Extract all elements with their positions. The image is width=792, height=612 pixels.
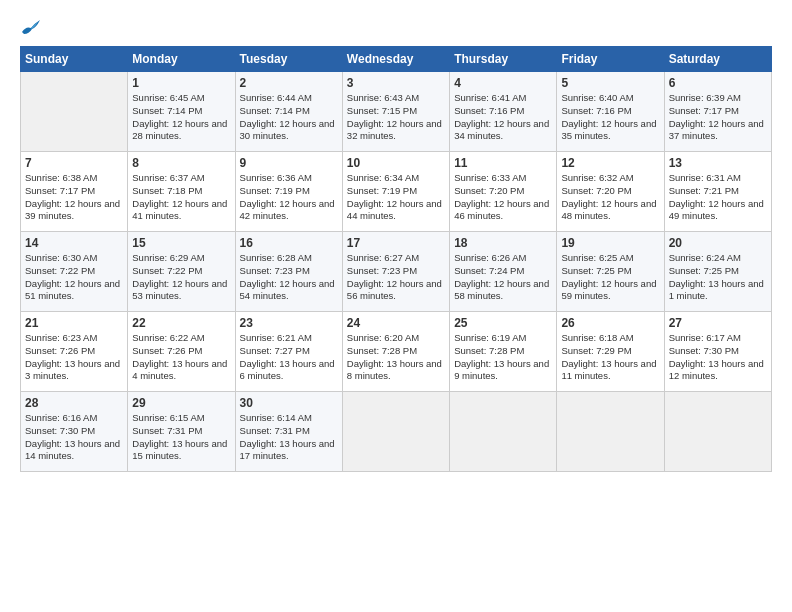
col-header-thursday: Thursday	[450, 47, 557, 72]
calendar-row-3: 21Sunrise: 6:23 AMSunset: 7:26 PMDayligh…	[21, 312, 772, 392]
cell-info: Sunrise: 6:19 AMSunset: 7:28 PMDaylight:…	[454, 332, 552, 383]
calendar-cell	[342, 392, 449, 472]
calendar-cell: 7Sunrise: 6:38 AMSunset: 7:17 PMDaylight…	[21, 152, 128, 232]
calendar-cell	[664, 392, 771, 472]
day-number: 26	[561, 316, 659, 330]
calendar-cell: 29Sunrise: 6:15 AMSunset: 7:31 PMDayligh…	[128, 392, 235, 472]
calendar-cell: 22Sunrise: 6:22 AMSunset: 7:26 PMDayligh…	[128, 312, 235, 392]
cell-info: Sunrise: 6:41 AMSunset: 7:16 PMDaylight:…	[454, 92, 552, 143]
cell-info: Sunrise: 6:32 AMSunset: 7:20 PMDaylight:…	[561, 172, 659, 223]
cell-info: Sunrise: 6:28 AMSunset: 7:23 PMDaylight:…	[240, 252, 338, 303]
cell-info: Sunrise: 6:38 AMSunset: 7:17 PMDaylight:…	[25, 172, 123, 223]
col-header-tuesday: Tuesday	[235, 47, 342, 72]
day-number: 11	[454, 156, 552, 170]
calendar-cell: 14Sunrise: 6:30 AMSunset: 7:22 PMDayligh…	[21, 232, 128, 312]
calendar-cell: 20Sunrise: 6:24 AMSunset: 7:25 PMDayligh…	[664, 232, 771, 312]
day-number: 24	[347, 316, 445, 330]
cell-info: Sunrise: 6:16 AMSunset: 7:30 PMDaylight:…	[25, 412, 123, 463]
calendar-cell: 1Sunrise: 6:45 AMSunset: 7:14 PMDaylight…	[128, 72, 235, 152]
calendar-cell: 25Sunrise: 6:19 AMSunset: 7:28 PMDayligh…	[450, 312, 557, 392]
calendar-cell: 2Sunrise: 6:44 AMSunset: 7:14 PMDaylight…	[235, 72, 342, 152]
cell-info: Sunrise: 6:45 AMSunset: 7:14 PMDaylight:…	[132, 92, 230, 143]
cell-info: Sunrise: 6:14 AMSunset: 7:31 PMDaylight:…	[240, 412, 338, 463]
calendar-cell: 11Sunrise: 6:33 AMSunset: 7:20 PMDayligh…	[450, 152, 557, 232]
cell-info: Sunrise: 6:44 AMSunset: 7:14 PMDaylight:…	[240, 92, 338, 143]
day-number: 8	[132, 156, 230, 170]
calendar-cell: 6Sunrise: 6:39 AMSunset: 7:17 PMDaylight…	[664, 72, 771, 152]
cell-info: Sunrise: 6:43 AMSunset: 7:15 PMDaylight:…	[347, 92, 445, 143]
calendar-cell: 9Sunrise: 6:36 AMSunset: 7:19 PMDaylight…	[235, 152, 342, 232]
calendar-cell	[21, 72, 128, 152]
cell-info: Sunrise: 6:24 AMSunset: 7:25 PMDaylight:…	[669, 252, 767, 303]
header-row: SundayMondayTuesdayWednesdayThursdayFrid…	[21, 47, 772, 72]
day-number: 18	[454, 236, 552, 250]
cell-info: Sunrise: 6:23 AMSunset: 7:26 PMDaylight:…	[25, 332, 123, 383]
day-number: 15	[132, 236, 230, 250]
day-number: 28	[25, 396, 123, 410]
calendar-cell: 26Sunrise: 6:18 AMSunset: 7:29 PMDayligh…	[557, 312, 664, 392]
header	[20, 18, 772, 36]
day-number: 13	[669, 156, 767, 170]
day-number: 21	[25, 316, 123, 330]
calendar-row-4: 28Sunrise: 6:16 AMSunset: 7:30 PMDayligh…	[21, 392, 772, 472]
cell-info: Sunrise: 6:18 AMSunset: 7:29 PMDaylight:…	[561, 332, 659, 383]
calendar-cell: 15Sunrise: 6:29 AMSunset: 7:22 PMDayligh…	[128, 232, 235, 312]
day-number: 20	[669, 236, 767, 250]
calendar-row-0: 1Sunrise: 6:45 AMSunset: 7:14 PMDaylight…	[21, 72, 772, 152]
cell-info: Sunrise: 6:31 AMSunset: 7:21 PMDaylight:…	[669, 172, 767, 223]
day-number: 4	[454, 76, 552, 90]
cell-info: Sunrise: 6:21 AMSunset: 7:27 PMDaylight:…	[240, 332, 338, 383]
cell-info: Sunrise: 6:25 AMSunset: 7:25 PMDaylight:…	[561, 252, 659, 303]
cell-info: Sunrise: 6:20 AMSunset: 7:28 PMDaylight:…	[347, 332, 445, 383]
col-header-wednesday: Wednesday	[342, 47, 449, 72]
cell-info: Sunrise: 6:30 AMSunset: 7:22 PMDaylight:…	[25, 252, 123, 303]
calendar-table: SundayMondayTuesdayWednesdayThursdayFrid…	[20, 46, 772, 472]
page: SundayMondayTuesdayWednesdayThursdayFrid…	[0, 0, 792, 612]
calendar-cell: 19Sunrise: 6:25 AMSunset: 7:25 PMDayligh…	[557, 232, 664, 312]
calendar-cell: 13Sunrise: 6:31 AMSunset: 7:21 PMDayligh…	[664, 152, 771, 232]
calendar-cell: 23Sunrise: 6:21 AMSunset: 7:27 PMDayligh…	[235, 312, 342, 392]
day-number: 25	[454, 316, 552, 330]
day-number: 17	[347, 236, 445, 250]
cell-info: Sunrise: 6:27 AMSunset: 7:23 PMDaylight:…	[347, 252, 445, 303]
cell-info: Sunrise: 6:17 AMSunset: 7:30 PMDaylight:…	[669, 332, 767, 383]
day-number: 27	[669, 316, 767, 330]
day-number: 3	[347, 76, 445, 90]
day-number: 22	[132, 316, 230, 330]
cell-info: Sunrise: 6:33 AMSunset: 7:20 PMDaylight:…	[454, 172, 552, 223]
day-number: 10	[347, 156, 445, 170]
calendar-cell	[557, 392, 664, 472]
cell-info: Sunrise: 6:15 AMSunset: 7:31 PMDaylight:…	[132, 412, 230, 463]
day-number: 19	[561, 236, 659, 250]
calendar-cell: 16Sunrise: 6:28 AMSunset: 7:23 PMDayligh…	[235, 232, 342, 312]
cell-info: Sunrise: 6:26 AMSunset: 7:24 PMDaylight:…	[454, 252, 552, 303]
day-number: 9	[240, 156, 338, 170]
day-number: 23	[240, 316, 338, 330]
cell-info: Sunrise: 6:34 AMSunset: 7:19 PMDaylight:…	[347, 172, 445, 223]
cell-info: Sunrise: 6:36 AMSunset: 7:19 PMDaylight:…	[240, 172, 338, 223]
calendar-cell	[450, 392, 557, 472]
calendar-cell: 17Sunrise: 6:27 AMSunset: 7:23 PMDayligh…	[342, 232, 449, 312]
calendar-cell: 28Sunrise: 6:16 AMSunset: 7:30 PMDayligh…	[21, 392, 128, 472]
day-number: 16	[240, 236, 338, 250]
calendar-row-2: 14Sunrise: 6:30 AMSunset: 7:22 PMDayligh…	[21, 232, 772, 312]
day-number: 14	[25, 236, 123, 250]
calendar-cell: 3Sunrise: 6:43 AMSunset: 7:15 PMDaylight…	[342, 72, 449, 152]
col-header-sunday: Sunday	[21, 47, 128, 72]
calendar-cell: 8Sunrise: 6:37 AMSunset: 7:18 PMDaylight…	[128, 152, 235, 232]
logo-bird-icon	[20, 18, 42, 36]
cell-info: Sunrise: 6:22 AMSunset: 7:26 PMDaylight:…	[132, 332, 230, 383]
day-number: 12	[561, 156, 659, 170]
day-number: 29	[132, 396, 230, 410]
calendar-row-1: 7Sunrise: 6:38 AMSunset: 7:17 PMDaylight…	[21, 152, 772, 232]
day-number: 5	[561, 76, 659, 90]
cell-info: Sunrise: 6:29 AMSunset: 7:22 PMDaylight:…	[132, 252, 230, 303]
calendar-cell: 18Sunrise: 6:26 AMSunset: 7:24 PMDayligh…	[450, 232, 557, 312]
calendar-cell: 24Sunrise: 6:20 AMSunset: 7:28 PMDayligh…	[342, 312, 449, 392]
calendar-cell: 5Sunrise: 6:40 AMSunset: 7:16 PMDaylight…	[557, 72, 664, 152]
calendar-cell: 10Sunrise: 6:34 AMSunset: 7:19 PMDayligh…	[342, 152, 449, 232]
cell-info: Sunrise: 6:40 AMSunset: 7:16 PMDaylight:…	[561, 92, 659, 143]
cell-info: Sunrise: 6:37 AMSunset: 7:18 PMDaylight:…	[132, 172, 230, 223]
calendar-cell: 4Sunrise: 6:41 AMSunset: 7:16 PMDaylight…	[450, 72, 557, 152]
col-header-monday: Monday	[128, 47, 235, 72]
